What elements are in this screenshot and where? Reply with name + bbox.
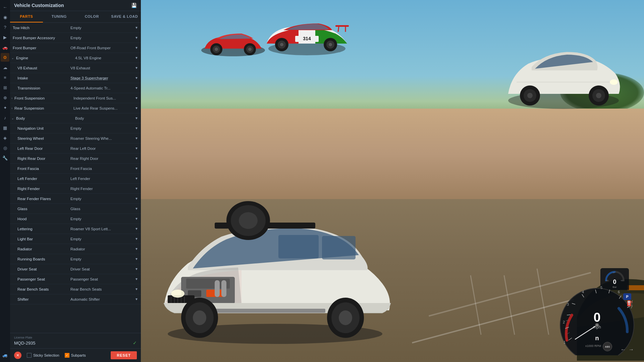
dropdown-arrow-icon[interactable]: ▼ <box>135 136 138 140</box>
parts-list-item[interactable]: Front Bumper Accessory Empty ▼ <box>10 33 141 43</box>
help-nav-icon[interactable]: ? <box>1 23 9 32</box>
parts-list-item[interactable]: › Rear Suspension Live Axle Rear Suspens… <box>10 103 141 113</box>
gear-nav-icon[interactable]: ⚙ <box>1 53 9 62</box>
parts-list-item[interactable]: › Front Suspension Independent Front Sus… <box>10 93 141 103</box>
dropdown-arrow-icon[interactable]: ▼ <box>135 26 138 29</box>
tab-color[interactable]: COLOR <box>75 11 108 22</box>
dropdown-arrow-icon[interactable]: ▼ <box>135 157 138 160</box>
dropdown-arrow-icon[interactable]: ▼ <box>135 36 138 40</box>
parts-list-item[interactable]: Steering Wheel Roamer Steering Whe... ▼ <box>10 133 141 143</box>
sound-nav-icon[interactable]: ♪ <box>1 113 9 122</box>
license-plate-input[interactable] <box>14 341 133 346</box>
sticky-selection-checkbox[interactable]: Sticky Selection <box>27 353 59 358</box>
parts-list-item[interactable]: Transmission 4-Speed Automatic Tr... ▼ <box>10 83 141 93</box>
parts-list[interactable]: Tow Hitch Empty ▼ Front Bumper Accessory… <box>10 23 141 333</box>
back-nav-icon[interactable]: ← <box>1 3 9 11</box>
dropdown-arrow-icon[interactable]: ▼ <box>135 126 138 130</box>
dropdown-arrow-icon[interactable]: ▼ <box>135 277 138 281</box>
car-nav-icon[interactable]: 🚗 <box>1 43 9 52</box>
svg-text:314: 314 <box>303 36 311 41</box>
wrench-nav-icon[interactable]: 🔧 <box>1 154 9 162</box>
part-value: Body <box>75 116 133 120</box>
parts-list-item[interactable]: ⌄ Body Body ▼ <box>10 113 141 123</box>
dropdown-arrow-icon[interactable]: ▼ <box>135 106 138 110</box>
map-nav-icon[interactable]: ◉ <box>1 13 9 21</box>
nodes-nav-icon[interactable]: ⊕ <box>1 93 9 102</box>
dropdown-arrow-icon[interactable]: ▼ <box>135 287 138 291</box>
parts-list-item[interactable]: Driver Seat Driver Seat ▼ <box>10 264 141 274</box>
play-nav-icon[interactable]: ▶ <box>1 33 9 42</box>
dropdown-arrow-icon[interactable]: ▼ <box>135 237 138 241</box>
cloud-nav-icon[interactable]: ☁ <box>1 63 9 72</box>
dropdown-arrow-icon[interactable]: ▼ <box>135 297 138 301</box>
vehicle-nav-icon[interactable]: 🚙 <box>1 351 9 359</box>
tab-parts[interactable]: PARTS <box>10 11 43 22</box>
parts-list-item[interactable]: Tow Hitch Empty ▼ <box>10 23 141 33</box>
settings2-nav-icon[interactable]: ✦ <box>1 103 9 112</box>
dropdown-arrow-icon[interactable]: ▼ <box>135 96 138 100</box>
part-name: Right Rear Door <box>10 157 70 161</box>
expand-down-icon[interactable]: ⌄ <box>10 56 14 60</box>
parts-list-item[interactable]: Light Bar Empty ▼ <box>10 234 141 244</box>
dropdown-arrow-icon[interactable]: ▼ <box>135 167 138 170</box>
signal-nav-icon[interactable]: ◈ <box>1 133 9 142</box>
dropdown-arrow-icon[interactable]: ▼ <box>135 187 138 190</box>
expand-right-icon[interactable]: › <box>10 97 12 100</box>
dropdown-arrow-icon[interactable]: ▼ <box>135 76 138 80</box>
chart-nav-icon[interactable]: ▦ <box>1 123 9 132</box>
subparts-box[interactable]: ✓ <box>65 353 69 358</box>
parts-list-item[interactable]: Glass Glass ▼ <box>10 204 141 214</box>
expand-down-icon[interactable]: ⌄ <box>10 117 14 120</box>
parts-list-item[interactable]: Right Fender Right Fender ▼ <box>10 184 141 194</box>
dropdown-arrow-icon[interactable]: ▼ <box>135 66 138 70</box>
svg-text:17: 17 <box>612 271 615 274</box>
parts-list-item[interactable]: Passenger Seat Passenger Seat ▼ <box>10 274 141 284</box>
dropdown-arrow-icon[interactable]: ▼ <box>135 217 138 221</box>
close-button[interactable]: ✕ <box>14 352 21 359</box>
save-icon[interactable]: 💾 <box>131 3 137 8</box>
parts-list-item[interactable]: Rear Bench Seats Rear Bench Seats ▼ <box>10 284 141 294</box>
subparts-checkbox[interactable]: ✓ Subparts <box>65 353 86 358</box>
dropdown-arrow-icon[interactable]: ▼ <box>135 146 138 150</box>
tune-nav-icon[interactable]: ⊞ <box>1 83 9 92</box>
dropdown-arrow-icon[interactable]: ▼ <box>135 257 138 261</box>
part-name: Glass <box>10 207 70 211</box>
parts-list-item[interactable]: Navigation Unit Empty ▼ <box>10 123 141 133</box>
dropdown-arrow-icon[interactable]: ▼ <box>135 46 138 50</box>
parts-list-item[interactable]: Front Fascia Front Fascia ▼ <box>10 164 141 174</box>
parts-list-item[interactable]: Front Bumper Off-Road Front Bumper ▼ <box>10 43 141 53</box>
list-nav-icon[interactable]: ≡ <box>1 73 9 82</box>
license-confirm-icon[interactable]: ✓ <box>133 340 137 346</box>
dropdown-arrow-icon[interactable]: ▼ <box>135 207 138 210</box>
parts-list-item[interactable]: Running Boards Empty ▼ <box>10 254 141 264</box>
camera-nav-icon[interactable]: ◎ <box>1 143 9 152</box>
tab-save-load[interactable]: SAVE & LOAD <box>108 11 141 22</box>
parts-list-item[interactable]: Rear Fender Flares Empty ▼ <box>10 194 141 204</box>
part-value: Radiator <box>70 247 133 251</box>
parts-list-item[interactable]: Lettering Roamer V8 Sport Lett... ▼ <box>10 224 141 234</box>
dropdown-arrow-icon[interactable]: ▼ <box>135 86 138 90</box>
dropdown-arrow-icon[interactable]: ▼ <box>135 56 138 60</box>
dropdown-arrow-icon[interactable]: ▼ <box>135 116 138 120</box>
parts-list-item[interactable]: Hood Empty ▼ <box>10 214 141 224</box>
dropdown-arrow-icon[interactable]: ▼ <box>135 177 138 180</box>
speed-gauge: 1 2 3 4 5 6 7 x100 <box>557 282 637 355</box>
dropdown-arrow-icon[interactable]: ▼ <box>135 227 138 231</box>
parts-list-item[interactable]: ⌄ Engine 4.5L V8 Engine ▼ <box>10 53 141 63</box>
parts-list-item[interactable]: Right Rear Door Rear Right Door ▼ <box>10 154 141 164</box>
parts-list-item[interactable]: Left Fender Left Fender ▼ <box>10 174 141 184</box>
parts-list-item[interactable]: Radiator Radiator ▼ <box>10 244 141 254</box>
part-name: Tow Hitch <box>10 26 70 30</box>
parts-list-item[interactable]: Left Rear Door Rear Left Door ▼ <box>10 143 141 154</box>
parts-list-item[interactable]: Intake Stage 3 Supercharger ▼ <box>10 73 141 83</box>
dropdown-arrow-icon[interactable]: ▼ <box>135 247 138 251</box>
parts-list-item[interactable]: V8 Exhaust V8 Exhaust ▼ <box>10 63 141 73</box>
parts-list-item[interactable]: Shifter Automatic Shifter ▼ <box>10 294 141 304</box>
sticky-selection-box[interactable] <box>27 353 32 358</box>
part-value: Front Fascia <box>70 167 133 171</box>
expand-right-icon[interactable]: › <box>10 107 12 110</box>
dropdown-arrow-icon[interactable]: ▼ <box>135 267 138 271</box>
tab-tuning[interactable]: TUNING <box>43 11 76 22</box>
dropdown-arrow-icon[interactable]: ▼ <box>135 197 138 200</box>
reset-button[interactable]: RESET <box>111 351 137 359</box>
